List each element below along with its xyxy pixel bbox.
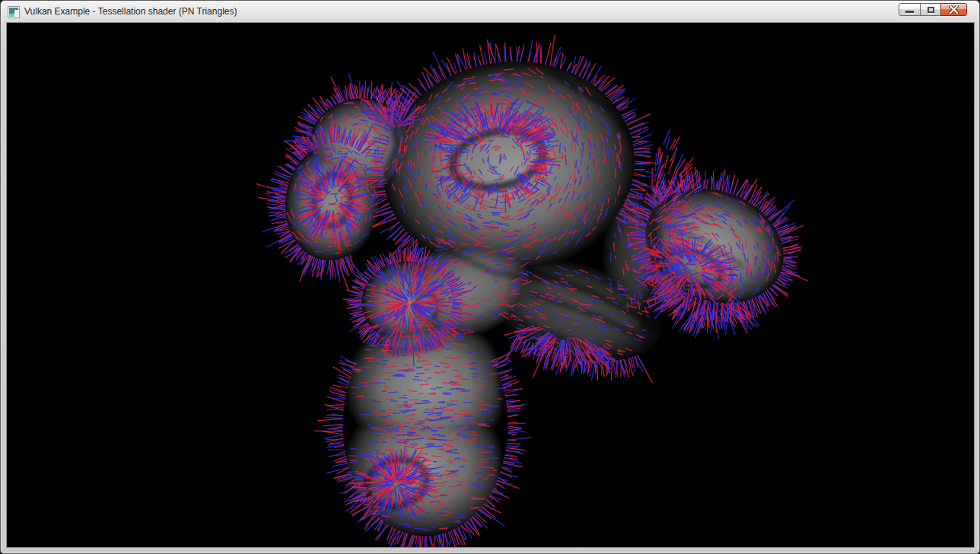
caption-buttons [899,3,967,16]
window-title: Vulkan Example - Tessellation shader (PN… [24,6,237,17]
render-viewport[interactable] [6,22,975,548]
render-canvas[interactable] [7,23,974,547]
minimize-button[interactable] [899,3,921,16]
minimize-icon [905,11,914,13]
close-button[interactable] [940,3,967,16]
title-bar[interactable]: Vulkan Example - Tessellation shader (PN… [1,1,979,22]
app-window: Vulkan Example - Tessellation shader (PN… [0,0,980,554]
close-icon [949,5,959,14]
app-icon[interactable] [8,6,20,18]
maximize-icon [928,7,934,13]
maximize-button[interactable] [920,3,941,16]
